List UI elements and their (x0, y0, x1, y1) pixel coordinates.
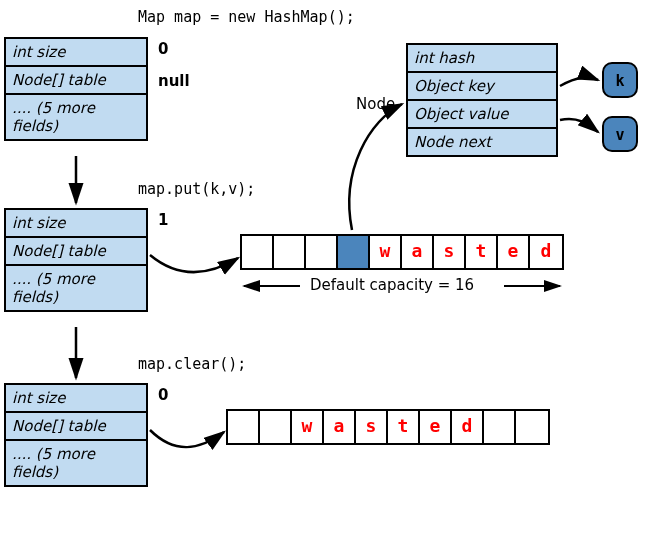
node-field-hash: int hash (408, 45, 556, 73)
state2-size-value: 1 (158, 211, 168, 229)
array-slot: t (388, 411, 420, 443)
field-table: Node[] table (6, 238, 146, 266)
array-slot: t (466, 236, 498, 268)
array-slot (484, 411, 516, 443)
array-slot (306, 236, 338, 268)
field-table: Node[] table (6, 67, 146, 95)
array-slot: a (324, 411, 356, 443)
capacity-label: Default capacity = 16 (310, 276, 474, 294)
field-size: int size (6, 39, 146, 67)
diagram-canvas: Map map = new HashMap(); map.put(k,v); m… (0, 0, 645, 537)
array-slot (338, 236, 370, 268)
field-more: .... (5 more fields) (6, 266, 146, 310)
array-slot: s (434, 236, 466, 268)
node-field-next: Node next (408, 129, 556, 155)
map-state-3: int size Node[] table .... (5 more field… (4, 383, 148, 487)
field-more: .... (5 more fields) (6, 441, 146, 485)
code-line-new: Map map = new HashMap(); (138, 8, 355, 26)
array-slot (242, 236, 274, 268)
table-array-2: w ast ed (226, 409, 550, 445)
array-slot: e (420, 411, 452, 443)
code-line-clear: map.clear(); (138, 355, 246, 373)
node-field-key: Object key (408, 73, 556, 101)
array-slot: s (356, 411, 388, 443)
array-slot: e (498, 236, 530, 268)
state3-size-value: 0 (158, 386, 168, 404)
array-slot (228, 411, 260, 443)
array-slot: d (530, 236, 562, 268)
array-slot: w (370, 236, 402, 268)
node-field-value: Object value (408, 101, 556, 129)
node-label: Node (356, 95, 395, 113)
map-state-2: int size Node[] table .... (5 more field… (4, 208, 148, 312)
field-size: int size (6, 210, 146, 238)
array-slot (274, 236, 306, 268)
table-array-1: wa ste d (240, 234, 564, 270)
array-slot (516, 411, 548, 443)
state1-table-value: null (158, 72, 190, 90)
key-badge: k (602, 62, 638, 98)
state1-size-value: 0 (158, 40, 168, 58)
map-state-1: int size Node[] table .... (5 more field… (4, 37, 148, 141)
field-size: int size (6, 385, 146, 413)
field-table: Node[] table (6, 413, 146, 441)
array-slot (260, 411, 292, 443)
node-box: int hash Object key Object value Node ne… (406, 43, 558, 157)
array-slot: w (292, 411, 324, 443)
value-badge: v (602, 116, 638, 152)
field-more: .... (5 more fields) (6, 95, 146, 139)
code-line-put: map.put(k,v); (138, 180, 255, 198)
array-slot: d (452, 411, 484, 443)
array-slot: a (402, 236, 434, 268)
